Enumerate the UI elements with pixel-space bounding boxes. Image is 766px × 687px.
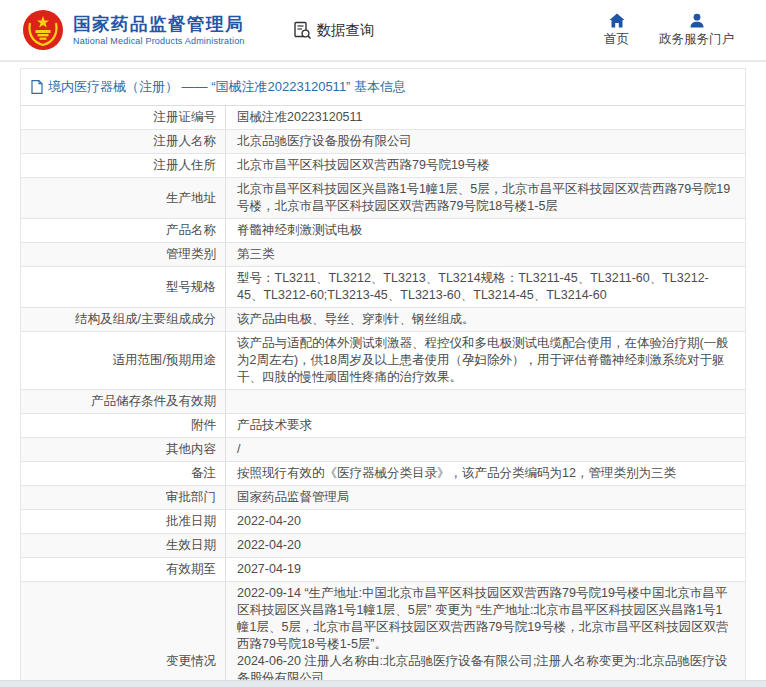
table-row: 备注 按照现行有效的《医疗器械分类目录》，该产品分类编码为12，管理类别为三类 <box>21 462 745 486</box>
row-value: 国家药品监督管理局 <box>226 486 745 509</box>
table-row: 批准日期 2022-04-20 <box>21 510 745 534</box>
document-search-icon <box>293 21 312 40</box>
header-nav: 首页 政务服务门户 <box>604 13 744 48</box>
breadcrumb-text: 境内医疗器械（注册） —— “国械注准20223120511” 基本信息 <box>48 78 406 96</box>
row-value: 按照现行有效的《医疗器械分类目录》，该产品分类编码为12，管理类别为三类 <box>226 462 745 485</box>
site-subtitle: National Medical Products Administration <box>73 36 245 46</box>
row-label: 备注 <box>21 462 226 485</box>
site-logo[interactable]: 国家药品监督管理局 National Medical Products Admi… <box>22 9 245 51</box>
row-label: 注册证编号 <box>21 106 226 129</box>
table-row: 结构及组成/主要组成成分 该产品由电极、导丝、穿刺针、钢丝组成。 <box>21 308 745 332</box>
row-value: / <box>226 438 745 461</box>
row-value: 该产品与适配的体外测试刺激器、程控仪和多电极测试电缆配合使用，在体验治疗期(一般… <box>226 332 745 389</box>
home-icon <box>609 13 625 28</box>
document-icon <box>31 80 43 94</box>
row-label: 型号规格 <box>21 267 226 307</box>
row-value: 该产品由电极、导丝、穿刺针、钢丝组成。 <box>226 308 745 331</box>
content-panel: 境内医疗器械（注册） —— “国械注准20223120511” 基本信息 注册证… <box>20 68 746 687</box>
table-row: 注册证编号 国械注准20223120511 <box>21 106 745 130</box>
row-label: 适用范围/预期用途 <box>21 332 226 389</box>
row-value: 脊髓神经刺激测试电极 <box>226 219 745 242</box>
table-row: 型号规格 型号：TL3211、TL3212、TL3213、TL3214规格：TL… <box>21 267 745 308</box>
row-value: 型号：TL3211、TL3212、TL3213、TL3214规格：TL3211-… <box>226 267 745 307</box>
footer-bar <box>0 680 766 687</box>
row-label: 产品名称 <box>21 219 226 242</box>
row-value: 产品技术要求 <box>226 414 745 437</box>
table-row: 审批部门 国家药品监督管理局 <box>21 486 745 510</box>
registration-info-table: 注册证编号 国械注准20223120511 注册人名称 北京品驰医疗设备股份有限… <box>21 106 745 687</box>
table-row: 产品名称 脊髓神经刺激测试电极 <box>21 219 745 243</box>
site-title: 国家药品监督管理局 <box>73 14 245 34</box>
data-query-label: 数据查询 <box>317 21 375 40</box>
row-value: 北京市昌平区科技园区双营西路79号院19号楼 <box>226 154 745 177</box>
row-label: 批准日期 <box>21 510 226 533</box>
table-row: 有效期至 2027-04-19 <box>21 558 745 582</box>
row-label: 有效期至 <box>21 558 226 581</box>
row-value: 第三类 <box>226 243 745 266</box>
table-row: 附件 产品技术要求 <box>21 414 745 438</box>
table-row: 其他内容 / <box>21 438 745 462</box>
row-label: 变更情况 <box>21 582 226 687</box>
breadcrumb: 境内医疗器械（注册） —— “国械注准20223120511” 基本信息 <box>21 69 745 106</box>
row-value: 2027-04-19 <box>226 558 745 581</box>
table-row: 注册人名称 北京品驰医疗设备股份有限公司 <box>21 130 745 154</box>
table-row: 产品储存条件及有效期 <box>21 390 745 414</box>
row-label: 产品储存条件及有效期 <box>21 390 226 413</box>
site-header: 国家药品监督管理局 National Medical Products Admi… <box>0 0 766 62</box>
table-row-change-history: 变更情况 2022-09-14 “生产地址:中国北京市昌平区科技园区双营西路79… <box>21 582 745 687</box>
row-value: 国械注准20223120511 <box>226 106 745 129</box>
row-label: 其他内容 <box>21 438 226 461</box>
nav-item-gov-portal[interactable]: 政务服务门户 <box>659 13 734 48</box>
data-query-button[interactable]: 数据查询 <box>293 21 375 40</box>
row-label: 生效日期 <box>21 534 226 557</box>
table-row: 管理类别 第三类 <box>21 243 745 267</box>
row-label: 附件 <box>21 414 226 437</box>
row-label: 生产地址 <box>21 178 226 218</box>
table-row: 生效日期 2022-04-20 <box>21 534 745 558</box>
site-title-block: 国家药品监督管理局 National Medical Products Admi… <box>73 14 245 46</box>
table-row: 注册人住所 北京市昌平区科技园区双营西路79号院19号楼 <box>21 154 745 178</box>
table-row: 适用范围/预期用途 该产品与适配的体外测试刺激器、程控仪和多电极测试电缆配合使用… <box>21 332 745 390</box>
row-value <box>226 390 745 413</box>
row-value: 2022-09-14 “生产地址:中国北京市昌平区科技园区双营西路79号院19号… <box>226 582 745 687</box>
row-label: 管理类别 <box>21 243 226 266</box>
row-label: 注册人名称 <box>21 130 226 153</box>
row-value: 北京市昌平区科技园区兴昌路1号1幢1层、5层，北京市昌平区科技园区双营西路79号… <box>226 178 745 218</box>
row-value: 2022-04-20 <box>226 534 745 557</box>
row-label: 审批部门 <box>21 486 226 509</box>
nav-item-home[interactable]: 首页 <box>604 13 629 48</box>
row-label: 结构及组成/主要组成成分 <box>21 308 226 331</box>
row-value: 北京品驰医疗设备股份有限公司 <box>226 130 745 153</box>
nav-home-label: 首页 <box>604 31 629 48</box>
user-icon <box>689 13 705 28</box>
table-row: 生产地址 北京市昌平区科技园区兴昌路1号1幢1层、5层，北京市昌平区科技园区双营… <box>21 178 745 219</box>
row-value: 2022-04-20 <box>226 510 745 533</box>
row-label: 注册人住所 <box>21 154 226 177</box>
national-emblem-icon <box>22 9 64 51</box>
nav-gov-portal-label: 政务服务门户 <box>659 31 734 48</box>
